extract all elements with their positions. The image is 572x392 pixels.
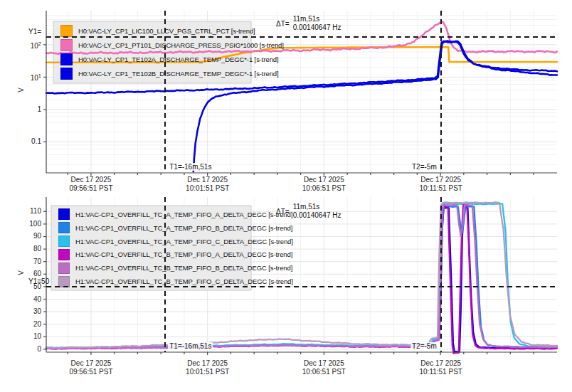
y-tick-label: 10	[11, 332, 41, 340]
legend-label: H1:VAC-CP1_OVERFILL_TC_A_TEMP_FIFO_A_DEL…	[75, 211, 292, 218]
delta-value: 11m,51s	[293, 15, 341, 23]
legend-swatch	[60, 68, 73, 80]
delta-annotation: ΔT= 11m,51s 0.00140647 Hz	[276, 203, 341, 220]
y-tick-label: 102	[11, 41, 41, 50]
legend-label: H1:VAC-CP1_OVERFILL_TC_B_TEMP_FIFO_C_DEL…	[75, 277, 293, 285]
y-tick-label: 80	[11, 245, 41, 253]
delta-label: ΔT=	[276, 20, 290, 28]
legend: H1:VAC-CP1_OVERFILL_TC_A_TEMP_FIFO_A_DEL…	[51, 206, 251, 290]
legend-label: H0:VAC-LY_CP1_TE102B_DISCHARGE_TEMP_DEGC…	[78, 70, 279, 78]
legend-swatch	[58, 235, 70, 247]
delta-value: 11m,51s	[293, 203, 341, 211]
legend-item[interactable]: H1:VAC-CP1_OVERFILL_TC_B_TEMP_FIFO_A_DEL…	[58, 248, 251, 261]
delta-frequency: 0.00140647 Hz	[293, 23, 341, 32]
legend-swatch	[58, 249, 70, 260]
legend-item[interactable]: H1:VAC-CP1_OVERFILL_TC_A_TEMP_FIFO_C_DEL…	[58, 235, 251, 248]
legend-item[interactable]: H1:VAC-CP1_OVERFILL_TC_B_TEMP_FIFO_B_DEL…	[58, 261, 251, 275]
t2-cursor-line[interactable]	[440, 197, 442, 352]
y1-cursor-label: Y1=	[27, 28, 43, 36]
y-tick-label: 0	[11, 345, 41, 353]
legend-swatch	[60, 39, 73, 51]
legend-item[interactable]: H1:VAC-CP1_OVERFILL_TC_A_TEMP_FIFO_A_DEL…	[58, 208, 251, 221]
y-tick-label: 90	[11, 232, 41, 240]
legend-label: H1:VAC-CP1_OVERFILL_TC_A_TEMP_FIFO_B_DEL…	[75, 224, 292, 232]
y-tick-label: 110	[11, 207, 41, 215]
delta-annotation: ΔT= 11m,51s 0.00140647 Hz	[276, 15, 341, 32]
x-tick-label: Dec 17 202510:11:51 PST	[409, 176, 473, 193]
t2-cursor-label: T2=-5m	[411, 163, 438, 171]
y-tick-label: 40	[11, 295, 41, 303]
x-tick-label: Dec 17 202510:06:51 PST	[292, 359, 356, 376]
y-tick-label: 70	[11, 258, 41, 265]
t2-cursor-label: T2=-5m	[411, 342, 438, 350]
legend-item[interactable]: H1:VAC-CP1_OVERFILL_TC_A_TEMP_FIFO_B_DEL…	[58, 221, 251, 235]
y-tick-label: 100	[11, 220, 41, 228]
y-tick-label: 1	[11, 105, 41, 113]
delta-label: ΔT=	[276, 208, 290, 216]
t1-cursor-line[interactable]	[164, 197, 166, 352]
legend-swatch	[60, 25, 73, 37]
legend-label: H1:VAC-CP1_OVERFILL_TC_B_TEMP_FIFO_B_DEL…	[75, 264, 292, 272]
legend-label: H0:VAC-LY_CP1_TE102A_DISCHARGE_TEMP_DEGC…	[78, 55, 279, 63]
legend-item[interactable]: H0:VAC-LY_CP1_TE102B_DISCHARGE_TEMP_DEGC…	[60, 67, 251, 81]
bottom-plot: V 1101009080706050403020100 Dec 17 20250…	[46, 197, 557, 352]
legend-label: H1:VAC-CP1_OVERFILL_TC_B_TEMP_FIFO_A_DEL…	[75, 250, 292, 258]
legend-swatch	[58, 208, 70, 220]
t1-cursor-label: T1=-16m,51s	[168, 163, 213, 171]
y-tick-label: 0.1	[11, 137, 41, 145]
x-tick-label: Dec 17 202509:56:51 PST	[59, 176, 123, 193]
legend-swatch	[58, 263, 70, 274]
y-axis-title: V	[17, 85, 25, 95]
x-tick-label: Dec 17 202510:11:51 PST	[409, 359, 473, 376]
legend-item[interactable]: H0:VAC-LY_CP1_TE102A_DISCHARGE_TEMP_DEGC…	[60, 53, 251, 67]
legend-label: H1:VAC-CP1_OVERFILL_TC_A_TEMP_FIFO_C_DEL…	[75, 238, 293, 245]
y1-cursor-line[interactable]	[46, 286, 557, 287]
legend-swatch	[60, 53, 73, 65]
legend-label: H0:VAC-LY_CP1_PT101_DISCHARGE_PRESS_PSIG…	[78, 41, 284, 49]
y-tick-label: 30	[11, 307, 41, 315]
y-tick-label: 60	[11, 270, 41, 277]
t1-cursor-line[interactable]	[164, 11, 166, 173]
delta-frequency: 0.00140647 Hz	[293, 211, 341, 220]
legend: H0:VAC-LY_CP1_LIC100_LLCV_PGS_CTRL_PCT […	[53, 21, 251, 83]
x-tick-label: Dec 17 202509:56:51 PST	[59, 359, 123, 376]
y1-cursor-label: Y1=50	[27, 277, 51, 285]
y1-cursor-line[interactable]	[46, 36, 557, 38]
legend-swatch	[58, 222, 70, 233]
x-tick-label: Dec 17 202510:01:51 PST	[176, 176, 240, 193]
x-tick-label: Dec 17 202510:06:51 PST	[292, 176, 356, 193]
x-tick-label: Dec 17 202510:01:51 PST	[176, 359, 240, 376]
t1-cursor-label: T1=-16m,51s	[168, 342, 213, 350]
y-tick-label: 101	[11, 73, 41, 82]
y-tick-label: 20	[11, 320, 41, 328]
legend-label: H0:VAC-LY_CP1_LIC100_LLCV_PGS_CTRL_PCT […	[78, 27, 255, 35]
t2-cursor-line[interactable]	[440, 11, 442, 173]
legend-item[interactable]: H0:VAC-LY_CP1_PT101_DISCHARGE_PRESS_PSIG…	[60, 38, 251, 52]
top-plot: V 10210110.1 Dec 17 202509:56:51 PSTDec …	[46, 11, 557, 173]
trend-viewer: V 10210110.1 Dec 17 202509:56:51 PSTDec …	[0, 0, 572, 392]
